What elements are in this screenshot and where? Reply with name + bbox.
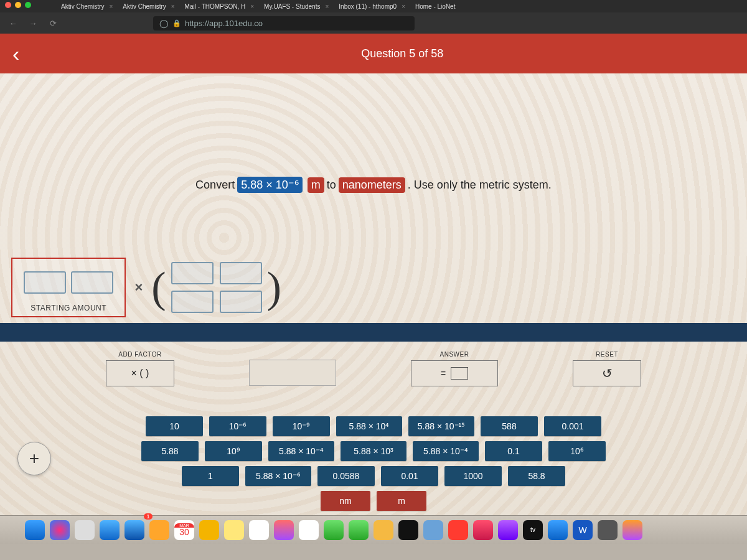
podcasts-icon[interactable] [498, 520, 518, 540]
back-chevron-icon[interactable]: ‹ [12, 42, 37, 66]
tile[interactable]: 5.88 × 10⁴ [336, 416, 402, 436]
app-icon[interactable] [423, 520, 443, 540]
appstore-icon[interactable] [548, 520, 568, 540]
launchpad-icon[interactable] [75, 520, 95, 540]
music-icon[interactable] [473, 520, 493, 540]
tile[interactable]: 5.88 [141, 441, 199, 461]
reminders-icon[interactable] [199, 520, 219, 540]
notes-icon[interactable] [224, 520, 244, 540]
facetime-icon[interactable] [349, 520, 369, 540]
tile[interactable]: 5.88 × 10³ [341, 441, 406, 461]
tile[interactable]: 5.88 × 10⁻⁴ [268, 441, 334, 461]
firefox-icon[interactable] [622, 520, 642, 540]
page-content: ‹ Question 5 of 58 Convert 5.88 × 10⁻⁶ m… [0, 34, 747, 544]
app-icon[interactable] [374, 520, 393, 540]
drop-target[interactable] [249, 360, 336, 386]
unit-from-chip: m [308, 177, 324, 193]
add-factor-label: ADD FACTOR [106, 351, 174, 358]
answer-button[interactable]: = [411, 360, 498, 386]
mail-icon[interactable]: 1 [125, 520, 144, 540]
left-paren-icon: ( [151, 270, 166, 305]
minimize-window-icon[interactable] [15, 2, 21, 8]
tile[interactable]: 0.001 [544, 416, 601, 436]
close-icon[interactable]: × [171, 3, 175, 10]
starting-amount-box[interactable]: STARTING AMOUNT [11, 258, 126, 317]
calendar-icon[interactable]: MAR30 [174, 520, 194, 540]
conversion-factor[interactable]: ( ) [151, 261, 281, 314]
tab-aktiv-2[interactable]: Aktiv Chemistry× [118, 2, 179, 11]
dimensional-analysis-row: STARTING AMOUNT × ( ) [11, 258, 281, 317]
close-icon[interactable]: × [325, 3, 329, 10]
news-icon[interactable] [448, 520, 468, 540]
answer-control: ANSWER = [411, 351, 498, 386]
tile[interactable]: 0.1 [485, 441, 542, 461]
tile[interactable]: 5.88 × 10⁻⁶ [245, 466, 311, 486]
tab-aktiv-1[interactable]: Aktiv Chemistry× [56, 2, 118, 11]
settings-icon[interactable] [598, 520, 618, 540]
tab-inbox[interactable]: Inbox (11) - hthomp0× [334, 2, 410, 11]
question-header-bar: ‹ Question 5 of 58 [0, 34, 747, 73]
close-icon[interactable]: × [402, 3, 405, 10]
tab-myuafs[interactable]: My.UAFS - Students× [259, 2, 334, 11]
reload-button[interactable]: ⟳ [46, 19, 60, 28]
answer-tiles: 10 10⁻⁶ 10⁻⁹ 5.88 × 10⁴ 5.88 × 10⁻¹⁵ 588… [0, 416, 747, 511]
unit-tile[interactable]: m [377, 491, 426, 511]
photos-icon[interactable] [299, 520, 319, 540]
denominator-unit-slot[interactable] [220, 291, 262, 313]
tab-lionet[interactable]: Home - LioNet [410, 2, 460, 11]
numerator-unit-slot[interactable] [220, 262, 262, 284]
maximize-window-icon[interactable] [25, 2, 31, 8]
tile[interactable]: 588 [481, 416, 538, 436]
tv-icon[interactable]: tv [523, 520, 543, 540]
close-icon[interactable]: × [109, 3, 113, 10]
reset-button[interactable]: ↺ [573, 360, 641, 386]
unit-tile[interactable]: nm [321, 491, 370, 511]
value-slot[interactable] [24, 271, 66, 294]
tile[interactable]: 5.88 × 10⁻¹⁵ [408, 416, 474, 436]
tile[interactable]: 58.8 [508, 466, 565, 486]
siri-icon[interactable] [50, 520, 70, 540]
tile[interactable]: 10⁻⁶ [209, 416, 266, 436]
shield-icon: ◯ [159, 19, 169, 28]
app-icon[interactable] [274, 520, 294, 540]
stocks-icon[interactable] [398, 520, 418, 540]
tile[interactable]: 0.01 [381, 466, 438, 486]
denominator-value-slot[interactable] [171, 291, 214, 313]
contacts-icon[interactable] [149, 520, 169, 540]
safari-icon[interactable] [100, 520, 120, 540]
messages-icon[interactable] [324, 520, 344, 540]
tile[interactable]: 5.88 × 10⁻⁴ [413, 441, 479, 461]
reset-control: RESET ↺ [573, 351, 641, 386]
answer-box-icon [451, 367, 468, 380]
tile[interactable]: 10 [146, 416, 203, 436]
add-fab-button[interactable]: + [17, 442, 51, 475]
value-chip: 5.88 × 10⁻⁶ [237, 177, 303, 193]
multiply-icon: × [134, 279, 143, 296]
word-icon[interactable]: W [573, 520, 593, 540]
numerator-value-slot[interactable] [171, 262, 214, 284]
prompt-text: to [327, 179, 336, 192]
tile[interactable]: 10⁻⁹ [273, 416, 330, 436]
tile[interactable]: 10⁹ [205, 441, 262, 461]
add-factor-button[interactable]: × ( ) [106, 360, 174, 386]
tile[interactable]: 1 [182, 466, 239, 486]
forward-button[interactable]: → [26, 19, 40, 28]
tab-mail[interactable]: Mail - THOMPSON, H× [180, 2, 259, 11]
unit-slot[interactable] [71, 271, 113, 294]
answer-label: ANSWER [411, 351, 498, 358]
lock-icon: 🔒 [172, 19, 181, 27]
address-bar[interactable]: ◯ 🔒 https://app.101edu.co [153, 16, 415, 30]
finder-icon[interactable] [25, 520, 45, 540]
reset-label: RESET [573, 351, 641, 358]
prompt-text: . Use only the metric system. [408, 179, 552, 192]
tile[interactable]: 1000 [444, 466, 502, 486]
tile[interactable]: 0.0588 [317, 466, 375, 486]
close-window-icon[interactable] [5, 2, 11, 8]
equals-icon: = [441, 368, 446, 378]
starting-amount-label: STARTING AMOUNT [12, 304, 125, 312]
back-button[interactable]: ← [6, 19, 20, 28]
close-icon[interactable]: × [250, 3, 254, 10]
tile[interactable]: 10⁶ [548, 441, 606, 461]
question-counter: Question 5 of 58 [361, 47, 443, 60]
chrome-icon[interactable] [249, 520, 269, 540]
